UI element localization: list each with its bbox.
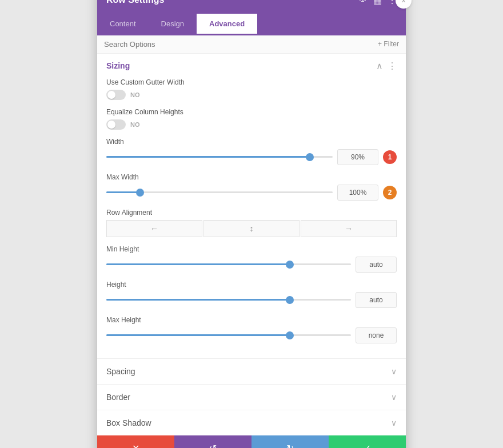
width-slider-fill xyxy=(106,156,310,158)
alignment-right-btn[interactable]: → xyxy=(301,220,397,237)
refresh-icon: ↻ xyxy=(286,443,294,448)
max-width-field: Max Width 100% 2 xyxy=(106,173,397,201)
height-slider-fill xyxy=(106,299,290,301)
equalize-column-toggle-label: NO xyxy=(130,121,140,128)
width-slider-thumb[interactable] xyxy=(306,153,314,161)
search-bar: + Filter xyxy=(97,35,406,54)
sizing-section-body: Use Custom Gutter Width NO Equalize Colu… xyxy=(97,76,406,358)
max-width-slider-row: 100% 2 xyxy=(106,185,397,201)
max-width-slider-fill xyxy=(106,191,140,193)
save-button[interactable]: ✓ xyxy=(329,435,406,449)
max-height-slider-thumb[interactable] xyxy=(286,331,294,339)
width-label: Width xyxy=(106,138,397,146)
height-value[interactable]: auto xyxy=(356,292,397,308)
height-slider-track xyxy=(106,299,351,301)
cancel-button[interactable]: ✕ xyxy=(97,435,174,449)
min-height-field: Min Height auto xyxy=(106,245,397,273)
min-height-slider-row: auto xyxy=(106,257,397,273)
max-width-slider-track xyxy=(106,191,333,193)
max-height-slider-track xyxy=(106,334,351,336)
height-slider-thumb[interactable] xyxy=(286,296,294,304)
width-slider-container xyxy=(106,151,333,163)
tab-content[interactable]: Content xyxy=(97,14,149,35)
max-height-slider-row: none xyxy=(106,327,397,343)
use-custom-gutter-toggle-row: NO xyxy=(106,90,397,100)
min-height-value[interactable]: auto xyxy=(356,257,397,273)
panel-title: Row Settings xyxy=(106,0,164,5)
width-value[interactable]: 90% xyxy=(337,149,378,165)
section-icons: ∧ ⋮ xyxy=(376,61,397,71)
content-area: Sizing ∧ ⋮ Use Custom Gutter Width NO xyxy=(97,54,406,435)
width-field: Width 90% 1 xyxy=(106,138,397,165)
equalize-column-field: Equalize Column Heights NO xyxy=(106,108,397,130)
refresh-button[interactable]: ↻ xyxy=(251,435,329,449)
width-badge: 1 xyxy=(383,150,397,164)
tab-advanced[interactable]: Advanced xyxy=(197,14,257,35)
min-height-slider-thumb[interactable] xyxy=(286,261,294,269)
max-height-value[interactable]: none xyxy=(356,327,397,343)
min-height-slider-track xyxy=(106,263,351,265)
box-shadow-section[interactable]: Box Shadow ∨ xyxy=(97,410,406,435)
columns-icon[interactable]: ▦ xyxy=(373,0,382,6)
max-height-slider-container xyxy=(106,330,351,341)
sizing-section-header: Sizing ∧ ⋮ xyxy=(97,54,406,76)
max-width-slider-thumb[interactable] xyxy=(136,189,144,197)
max-height-label: Max Height xyxy=(106,316,397,324)
min-height-label: Min Height xyxy=(106,245,397,253)
tabs: Content Design Advanced xyxy=(97,14,406,35)
alignment-left-btn[interactable]: ← xyxy=(106,220,202,237)
height-slider-row: auto xyxy=(106,292,397,308)
alignment-center-btn[interactable]: ↕ xyxy=(203,220,300,237)
max-height-field: Max Height none xyxy=(106,316,397,343)
max-height-slider-fill xyxy=(106,334,290,336)
equalize-column-toggle-row: NO xyxy=(106,119,397,130)
row-alignment-label: Row Alignment xyxy=(106,209,397,217)
max-width-slider-container xyxy=(106,187,333,198)
alignment-buttons: ← ↕ → xyxy=(106,220,397,237)
min-height-slider-container xyxy=(106,259,351,270)
spacing-section[interactable]: Spacing ∨ xyxy=(97,358,406,384)
footer: ✕ ↺ ↻ ✓ xyxy=(97,435,406,449)
box-shadow-title: Box Shadow xyxy=(106,418,151,427)
equalize-column-label: Equalize Column Heights xyxy=(106,108,397,116)
filter-button[interactable]: + Filter xyxy=(378,40,399,48)
spacing-title: Spacing xyxy=(106,367,135,376)
max-width-value[interactable]: 100% xyxy=(337,185,378,201)
border-section[interactable]: Border ∨ xyxy=(97,384,406,410)
height-slider-container xyxy=(106,294,351,306)
box-shadow-chevron-icon: ∨ xyxy=(391,418,397,427)
max-width-label: Max Width xyxy=(106,173,397,181)
use-custom-gutter-label: Use Custom Gutter Width xyxy=(106,78,397,86)
reset-icon: ↺ xyxy=(209,443,217,448)
width-slider-track xyxy=(106,156,333,158)
save-icon: ✓ xyxy=(364,443,371,448)
sizing-title: Sizing xyxy=(106,61,130,70)
max-width-badge: 2 xyxy=(383,186,397,199)
search-input[interactable] xyxy=(104,40,378,49)
row-alignment-field: Row Alignment ← ↕ → xyxy=(106,209,397,237)
tab-design[interactable]: Design xyxy=(149,14,197,35)
spacing-chevron-icon: ∨ xyxy=(391,367,397,376)
reset-button[interactable]: ↺ xyxy=(174,435,251,449)
header-icons: 👁 ▦ ⋮ xyxy=(358,0,397,6)
min-height-slider-fill xyxy=(106,263,290,265)
use-custom-gutter-toggle-label: NO xyxy=(130,91,140,98)
equalize-column-toggle[interactable] xyxy=(106,119,126,130)
use-custom-gutter-field: Use Custom Gutter Width NO xyxy=(106,78,397,100)
panel-header: Row Settings 👁 ▦ ⋮ xyxy=(97,0,406,14)
height-label: Height xyxy=(106,281,397,289)
width-slider-row: 90% 1 xyxy=(106,149,397,165)
use-custom-gutter-toggle[interactable] xyxy=(106,90,126,100)
height-field: Height auto xyxy=(106,281,397,308)
chevron-up-icon[interactable]: ∧ xyxy=(376,61,383,71)
cancel-icon: ✕ xyxy=(132,443,139,448)
close-icon: × xyxy=(401,0,406,5)
border-chevron-icon: ∨ xyxy=(391,393,397,402)
section-more-icon[interactable]: ⋮ xyxy=(388,61,397,71)
eye-icon[interactable]: 👁 xyxy=(358,0,368,5)
border-title: Border xyxy=(106,393,130,402)
